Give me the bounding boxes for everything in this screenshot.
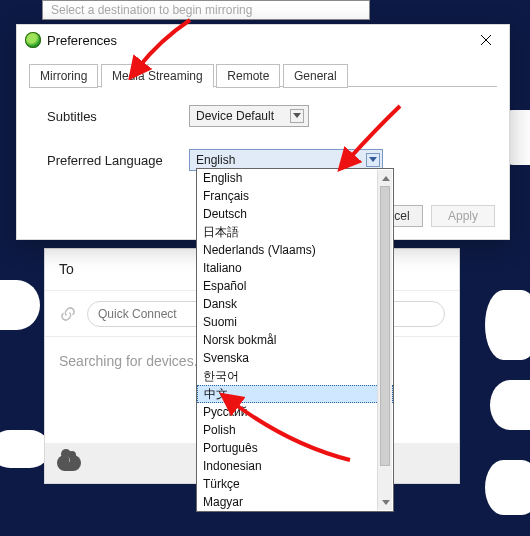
language-option[interactable]: Português xyxy=(197,439,393,457)
tab-bar: Mirroring Media Streaming Remote General xyxy=(29,63,497,87)
scrollbar[interactable] xyxy=(377,170,392,510)
language-option[interactable]: Norsk bokmål xyxy=(197,331,393,349)
subtitles-value: Device Default xyxy=(196,109,274,123)
tab-media-streaming[interactable]: Media Streaming xyxy=(101,64,214,88)
language-option[interactable]: English xyxy=(197,169,393,187)
language-label: Preferred Language xyxy=(47,153,189,168)
chevron-down-icon xyxy=(366,153,380,167)
language-option[interactable]: Polish xyxy=(197,421,393,439)
language-option[interactable]: Dansk xyxy=(197,295,393,313)
scroll-down-icon[interactable] xyxy=(378,495,393,510)
language-option[interactable]: Deutsch xyxy=(197,205,393,223)
language-option[interactable]: 中文 xyxy=(197,385,393,403)
tab-mirroring[interactable]: Mirroring xyxy=(29,64,98,88)
destination-field[interactable]: Select a destination to begin mirroring xyxy=(42,0,370,20)
language-option[interactable]: Русский xyxy=(197,403,393,421)
language-option[interactable]: Indonesian xyxy=(197,457,393,475)
cloud-upload-icon[interactable]: ↑ xyxy=(57,455,81,471)
language-option[interactable]: Français xyxy=(197,187,393,205)
language-option[interactable]: Italiano xyxy=(197,259,393,277)
scroll-up-icon[interactable] xyxy=(378,170,393,185)
chevron-down-icon xyxy=(290,109,304,123)
language-option[interactable]: Magyar xyxy=(197,493,393,511)
language-value: English xyxy=(196,153,235,167)
language-option[interactable]: Español xyxy=(197,277,393,295)
subtitles-label: Subtitles xyxy=(47,109,189,124)
language-option[interactable]: 日本語 xyxy=(197,223,393,241)
close-button[interactable] xyxy=(469,29,503,51)
chain-icon xyxy=(59,305,77,323)
language-option[interactable]: Türkçe xyxy=(197,475,393,493)
language-option[interactable]: 한국어 xyxy=(197,367,393,385)
dialog-title: Preferences xyxy=(47,33,117,48)
apply-button[interactable]: Apply xyxy=(431,205,495,227)
language-dropdown: EnglishFrançaisDeutsch日本語Nederlands (Vla… xyxy=(196,168,394,512)
scroll-thumb[interactable] xyxy=(380,186,390,466)
app-icon xyxy=(25,32,41,48)
tab-remote[interactable]: Remote xyxy=(216,64,280,88)
language-option[interactable]: Nederlands (Vlaams) xyxy=(197,241,393,259)
subtitles-select[interactable]: Device Default xyxy=(189,105,309,127)
language-option[interactable]: Suomi xyxy=(197,313,393,331)
tab-general[interactable]: General xyxy=(283,64,348,88)
close-icon xyxy=(480,34,492,46)
language-option[interactable]: Svenska xyxy=(197,349,393,367)
